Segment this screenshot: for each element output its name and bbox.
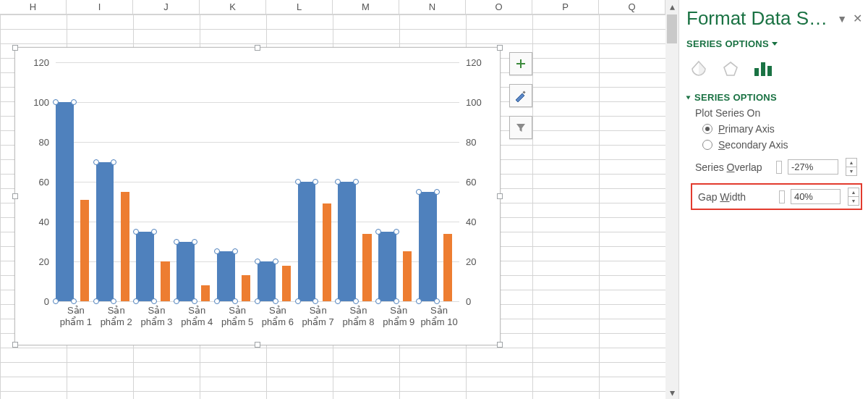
x-axis-label: Sản phẩm 2 [96, 305, 137, 338]
pane-menu-caret-icon[interactable]: ▼ [835, 13, 848, 25]
x-axis-label: Sản phẩm 6 [258, 305, 298, 338]
pane-close-icon[interactable]: ✕ [848, 12, 864, 25]
scrollbar-thumb[interactable] [667, 14, 677, 43]
x-axis-label: Sản phẩm 10 [419, 305, 459, 338]
svg-rect-2 [754, 68, 759, 76]
series-overlap-slider[interactable] [776, 161, 782, 174]
series-options-section[interactable]: SERIES OPTIONS [686, 92, 864, 103]
x-axis-label: Sản phẩm 4 [176, 305, 217, 338]
gap-spin-up[interactable]: ▲ [848, 188, 859, 196]
series-overlap-row: Series Overlap -27% ▲ ▼ [695, 158, 864, 176]
primary-axis-radio[interactable]: Primary Axis [702, 123, 864, 135]
x-axis-label: Sản phẩm 5 [217, 305, 258, 338]
bar-series1[interactable] [56, 102, 74, 301]
secondary-axis-radio[interactable]: Secondary Axis [702, 139, 864, 151]
plot-series-on-label: Plot Series On [695, 107, 864, 119]
chart-y-axis-right: 020406080100120 [466, 62, 489, 301]
gap-width-highlight: Gap Width 40% ▲ ▼ [691, 183, 862, 210]
chart-elements-button[interactable] [509, 52, 532, 75]
column-header[interactable]: L [266, 0, 333, 14]
chevron-down-icon [772, 42, 778, 46]
bar-series1[interactable] [338, 182, 356, 301]
chart-styles-button[interactable] [509, 84, 532, 107]
x-axis-label: Sản phẩm 1 [56, 305, 96, 338]
series-options-tab[interactable] [753, 59, 775, 80]
gap-spin-down[interactable]: ▼ [848, 196, 859, 206]
pane-section-picker[interactable]: SERIES OPTIONS [686, 38, 864, 49]
chart-x-axis: Sản phẩm 1Sản phẩm 2Sản phẩm 3Sản phẩm 4… [56, 305, 459, 338]
x-axis-label: Sản phẩm 7 [298, 305, 339, 338]
format-data-series-pane: Format Data Se... ▼ ✕ SERIES OPTIONS SER… [678, 0, 868, 399]
column-header[interactable]: J [133, 0, 200, 14]
bar-series1[interactable] [96, 162, 114, 302]
fill-line-tab[interactable] [689, 59, 708, 80]
gap-width-input[interactable]: 40% [791, 189, 841, 204]
x-axis-label: Sản phẩm 3 [137, 305, 177, 338]
column-header[interactable]: I [67, 0, 133, 14]
column-header[interactable]: N [399, 0, 466, 14]
column-header[interactable]: O [466, 0, 532, 14]
svg-rect-0 [522, 91, 525, 93]
bar-series1[interactable] [217, 251, 235, 301]
pane-title: Format Data Se... [686, 7, 835, 30]
bar-series2[interactable] [242, 275, 250, 301]
svg-marker-1 [724, 62, 737, 75]
x-axis-label: Sản phẩm 8 [339, 305, 379, 338]
column-header[interactable]: P [532, 0, 599, 14]
pane-tab-icons [689, 59, 864, 80]
x-axis-label: Sản phẩm 9 [378, 305, 419, 338]
expand-caret-icon [686, 96, 691, 99]
chart-filters-button[interactable] [509, 116, 532, 139]
chart-plot-area[interactable] [56, 62, 459, 301]
bar-series2[interactable] [201, 285, 210, 301]
bar-series2[interactable] [161, 261, 169, 301]
bar-series2[interactable] [362, 234, 371, 302]
bar-series1[interactable] [298, 182, 316, 301]
bar-series2[interactable] [121, 192, 129, 301]
effects-tab[interactable] [721, 59, 740, 80]
bar-series1[interactable] [136, 232, 154, 301]
overlap-spin-down[interactable]: ▼ [846, 167, 857, 176]
column-header[interactable]: K [200, 0, 266, 14]
scrollbar-down[interactable]: ▾ [665, 386, 678, 399]
column-header[interactable]: Q [599, 0, 665, 14]
chart-y-axis-left: 020406080100120 [26, 62, 49, 301]
worksheet-scrollbar[interactable]: ▴ ▾ [665, 0, 678, 399]
bar-series1[interactable] [378, 232, 396, 301]
series-overlap-input[interactable]: -27% [788, 159, 838, 175]
bar-series1[interactable] [419, 192, 437, 301]
gap-width-slider[interactable] [779, 190, 785, 203]
svg-rect-4 [767, 66, 772, 76]
column-header[interactable]: H [0, 0, 67, 14]
column-header[interactable]: M [333, 0, 399, 14]
bar-series2[interactable] [443, 234, 452, 302]
bar-series1[interactable] [258, 261, 276, 301]
embedded-chart[interactable]: 020406080100120 020406080100120 Sản phẩm… [14, 47, 501, 345]
bar-series2[interactable] [323, 203, 331, 301]
column-headers: HIJKLMNOPQ [0, 0, 665, 14]
overlap-spin-up[interactable]: ▲ [846, 158, 857, 167]
chart-quick-tools [509, 52, 532, 139]
bar-series2[interactable] [282, 266, 291, 302]
scrollbar-up[interactable]: ▴ [665, 0, 678, 13]
bar-series1[interactable] [176, 242, 195, 302]
bar-series2[interactable] [403, 251, 412, 301]
bar-series2[interactable] [80, 200, 89, 301]
svg-rect-3 [761, 62, 765, 76]
gap-width-row: Gap Width 40% ▲ ▼ [698, 188, 859, 206]
worksheet-area[interactable]: HIJKLMNOPQ 020406080100120 0204060801001… [0, 0, 665, 399]
